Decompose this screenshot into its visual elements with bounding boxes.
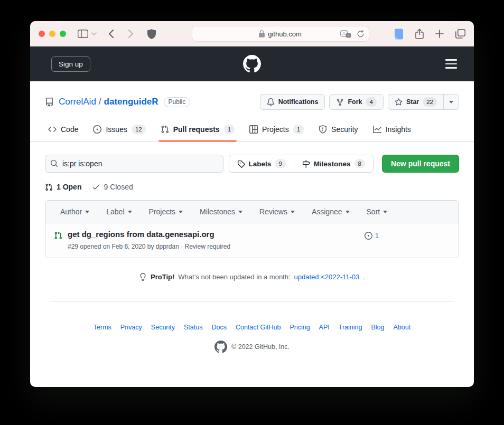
share-button[interactable] — [415, 29, 424, 39]
repo-name-link[interactable]: datenguideR — [104, 97, 158, 107]
zoom-window-button[interactable] — [60, 31, 66, 37]
close-window-button[interactable] — [39, 31, 45, 37]
tab-code[interactable]: Code — [41, 119, 86, 141]
caret-down-icon — [85, 211, 89, 213]
footer-link-api[interactable]: API — [319, 324, 330, 331]
filter-label: Author — [60, 207, 82, 216]
bell-icon — [267, 98, 275, 106]
tab-projects[interactable]: Projects 1 — [242, 119, 311, 141]
footer-link-terms[interactable]: Terms — [94, 324, 111, 331]
safari-window: github.com Ax — [30, 21, 474, 387]
open-count-label: 1 Open — [57, 183, 81, 191]
filter-bar: Author Label Projects Milestones — [45, 201, 459, 223]
sign-up-button[interactable]: Sign up — [51, 56, 90, 72]
translate-button[interactable]: Ax — [340, 30, 351, 38]
footer-link-security[interactable]: Security — [151, 324, 175, 331]
star-icon — [395, 98, 403, 106]
reader-button[interactable] — [394, 29, 404, 40]
github-header: Sign up — [30, 46, 474, 81]
star-button[interactable]: Star 22 — [388, 94, 444, 110]
milestones-count-badge: 8 — [354, 159, 365, 168]
tab-issues[interactable]: Issues 12 — [86, 119, 153, 141]
minimize-window-button[interactable] — [49, 31, 55, 37]
sidebar-toggle-button[interactable] — [78, 30, 88, 38]
caret-down-icon — [346, 211, 350, 213]
tab-label: Issues — [106, 125, 127, 134]
pull-request-row[interactable]: get dg_regions from data.genesapi.org #2… — [45, 223, 459, 258]
tab-insights[interactable]: Insights — [366, 119, 418, 141]
url-text: github.com — [268, 30, 302, 38]
footer-link-about[interactable]: About — [394, 324, 411, 331]
lock-icon — [259, 30, 265, 37]
caret-down-icon — [128, 211, 132, 213]
footer-link-privacy[interactable]: Privacy — [120, 324, 142, 331]
filter-label: Assignee — [312, 207, 342, 216]
footer-link-docs[interactable]: Docs — [211, 324, 226, 331]
footer-link-status[interactable]: Status — [184, 324, 202, 331]
plus-icon — [435, 30, 444, 38]
issue-opened-icon — [93, 125, 101, 134]
github-logo-icon[interactable] — [243, 55, 261, 73]
filter-label: Projects — [149, 207, 176, 216]
footer-link-blog[interactable]: Blog — [371, 324, 384, 331]
footer-link-contact[interactable]: Contact GitHub — [236, 324, 281, 331]
address-bar[interactable]: github.com Ax — [192, 26, 369, 42]
repo-owner-link[interactable]: CorrelAid — [59, 97, 96, 107]
footer-link-training[interactable]: Training — [339, 324, 362, 331]
notifications-label: Notifications — [278, 98, 319, 106]
shield-check-icon — [319, 125, 327, 134]
chevron-down-icon — [91, 32, 97, 35]
caret-down-icon — [179, 211, 183, 213]
star-count-badge: 22 — [423, 97, 437, 107]
tab-label: Security — [331, 125, 358, 134]
filter-assignee[interactable]: Assignee — [312, 207, 350, 216]
sidebar-dropdown-button[interactable] — [91, 32, 97, 35]
privacy-report-button[interactable] — [147, 29, 156, 39]
footer-link-pricing[interactable]: Pricing — [290, 324, 310, 331]
reload-button[interactable] — [357, 30, 365, 38]
tab-count-badge: 1 — [293, 125, 304, 134]
filter-sort[interactable]: Sort — [367, 207, 388, 216]
filter-reviews[interactable]: Reviews — [259, 207, 295, 216]
git-pull-request-icon — [45, 183, 53, 191]
filter-label[interactable]: Label — [106, 207, 132, 216]
forward-button[interactable] — [128, 29, 134, 39]
tab-security[interactable]: Security — [311, 119, 366, 141]
milestones-button[interactable]: Milestones 8 — [294, 155, 373, 172]
notifications-button[interactable]: Notifications — [260, 94, 325, 110]
milestone-icon — [302, 160, 310, 168]
footer-links: Terms Privacy Security Status Docs Conta… — [45, 324, 459, 331]
protip-link[interactable]: updated:<2022-11-03 — [294, 273, 360, 281]
open-pull-request-icon — [54, 231, 62, 240]
fork-button[interactable]: Fork 4 — [329, 94, 384, 110]
labels-button[interactable]: Labels 9 — [229, 155, 294, 172]
protip-suffix: . — [363, 273, 365, 281]
closed-filter-link[interactable]: 9 Closed — [92, 183, 133, 191]
menu-button[interactable] — [444, 57, 458, 71]
copyright-text: © 2022 GitHub, Inc. — [231, 343, 290, 351]
browser-toolbar: github.com Ax — [30, 21, 474, 46]
linked-issue-indicator[interactable]: 1 — [365, 230, 450, 240]
caret-down-icon — [449, 101, 453, 103]
caret-down-icon — [291, 211, 295, 213]
search-toolbar: Labels 9 Milestones 8 New pull request — [45, 155, 459, 173]
star-dropdown-button[interactable] — [444, 94, 459, 110]
filter-author[interactable]: Author — [60, 207, 89, 216]
protip-label: ProTip! — [151, 273, 174, 281]
back-button[interactable] — [108, 29, 114, 39]
filter-projects[interactable]: Projects — [149, 207, 183, 216]
tab-pull-requests[interactable]: Pull requests 1 — [153, 119, 242, 141]
desktop-background: github.com Ax — [0, 0, 504, 425]
fork-icon — [336, 98, 344, 106]
repo-header: CorrelAid / datenguideR Public Notificat… — [30, 81, 474, 110]
repo-tab-nav: Code Issues 12 Pull requests 1 — [30, 119, 474, 141]
new-tab-button[interactable] — [435, 30, 444, 38]
reload-icon — [357, 30, 365, 38]
open-filter-link[interactable]: 1 Open — [45, 183, 81, 191]
new-pull-request-button[interactable]: New pull request — [382, 155, 459, 173]
issues-search-input[interactable] — [45, 155, 223, 173]
pull-request-title-link[interactable]: get dg_regions from data.genesapi.org — [68, 230, 214, 239]
svg-text:x: x — [347, 33, 349, 37]
filter-milestones[interactable]: Milestones — [200, 207, 242, 216]
tab-overview-button[interactable] — [455, 29, 465, 39]
